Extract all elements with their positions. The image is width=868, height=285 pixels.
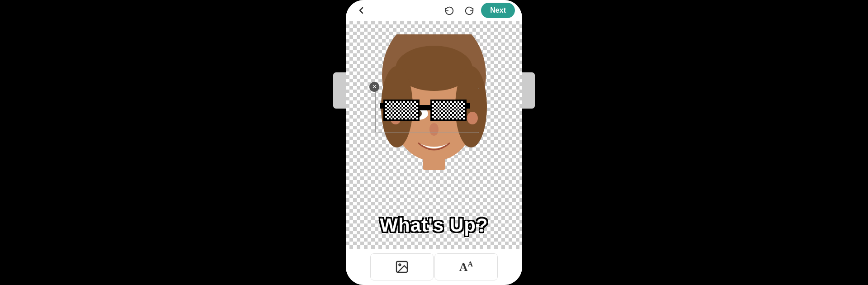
- top-actions: Next: [441, 2, 515, 19]
- back-button[interactable]: [353, 2, 369, 19]
- svg-point-15: [399, 264, 401, 266]
- canvas-area[interactable]: ✕ What's Up?: [346, 21, 522, 249]
- phone-container: Next: [346, 0, 522, 285]
- text-tool-button[interactable]: AA: [434, 253, 498, 280]
- top-bar: Next: [346, 0, 522, 21]
- undo-button[interactable]: [441, 2, 458, 19]
- text-tool-icon: AA: [459, 260, 473, 274]
- next-button[interactable]: Next: [481, 3, 515, 18]
- redo-button[interactable]: [461, 2, 477, 19]
- sunglasses-sticker[interactable]: [380, 92, 470, 128]
- bottom-toolbar: AA: [346, 249, 522, 285]
- whats-up-text[interactable]: What's Up?: [380, 214, 488, 236]
- image-tool-button[interactable]: [370, 253, 434, 280]
